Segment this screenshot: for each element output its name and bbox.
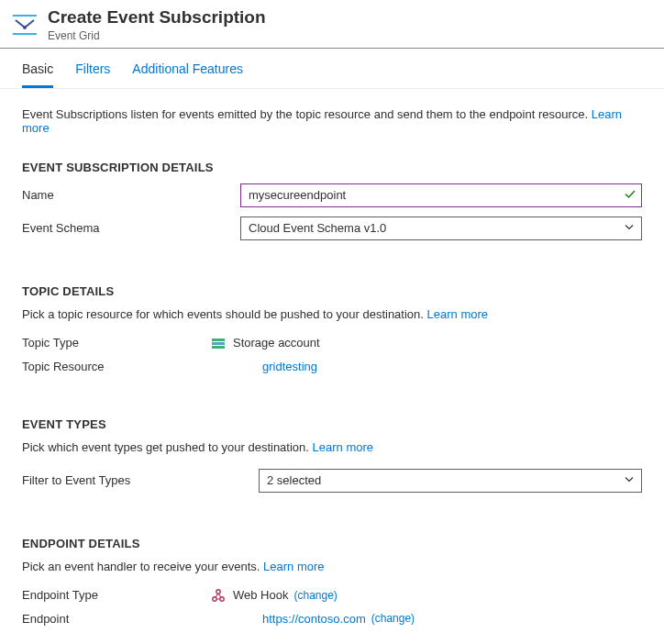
label-topic-type: Topic Type xyxy=(22,336,211,350)
svg-rect-5 xyxy=(212,342,225,345)
svg-rect-1 xyxy=(13,15,37,17)
event-schema-select[interactable]: Cloud Event Schema v1.0 xyxy=(240,217,642,240)
event-grid-icon xyxy=(11,11,39,39)
label-topic-resource: Topic Resource xyxy=(22,360,240,373)
label-event-schema: Event Schema xyxy=(22,221,240,235)
row-topic-resource: Topic Resource gridtesting xyxy=(22,360,642,373)
endpoint-change-link[interactable]: (change) xyxy=(371,612,415,625)
row-topic-type: Topic Type Storage account xyxy=(22,336,642,350)
row-endpoint: Endpoint https://contoso.com (change) xyxy=(22,612,642,626)
topic-resource-link[interactable]: gridtesting xyxy=(262,360,317,373)
row-endpoint-type: Endpoint Type Web Hook (change) xyxy=(22,588,642,603)
topic-learn-more-link[interactable]: Learn more xyxy=(427,307,488,321)
tab-content-basic: Event Subscriptions listen for events em… xyxy=(0,89,664,644)
svg-point-8 xyxy=(213,597,216,601)
svg-point-7 xyxy=(216,590,220,594)
storage-account-icon xyxy=(211,336,226,350)
label-endpoint-type: Endpoint Type xyxy=(22,588,211,602)
intro-text: Event Subscriptions listen for events em… xyxy=(22,107,642,135)
endpoint-type-value: Web Hook xyxy=(233,588,288,602)
svg-point-9 xyxy=(220,597,224,601)
tab-basic[interactable]: Basic xyxy=(22,58,53,88)
section-title-subscription: EVENT SUBSCRIPTION DETAILS xyxy=(22,161,642,174)
topic-description: Pick a topic resource for which events s… xyxy=(22,307,642,321)
endpoint-learn-more-link[interactable]: Learn more xyxy=(263,560,324,573)
event-types-description: Pick which event types get pushed to you… xyxy=(22,440,642,454)
page-title: Create Event Subscription xyxy=(48,7,266,28)
svg-point-3 xyxy=(23,26,27,29)
endpoint-type-change-link[interactable]: (change) xyxy=(293,589,337,602)
endpoint-description: Pick an event handler to receive your ev… xyxy=(22,560,642,573)
intro-description: Event Subscriptions listen for events em… xyxy=(22,107,592,121)
section-title-topic: TOPIC DETAILS xyxy=(22,284,642,298)
topic-type-value: Storage account xyxy=(233,336,320,350)
endpoint-url-link[interactable]: https://contoso.com xyxy=(262,612,366,626)
row-event-schema: Event Schema Cloud Event Schema v1.0 xyxy=(22,217,642,240)
event-types-learn-more-link[interactable]: Learn more xyxy=(313,440,373,454)
tab-bar: Basic Filters Additional Features xyxy=(0,49,664,89)
name-input[interactable] xyxy=(240,183,642,207)
row-filter-event-types: Filter to Event Types 2 selected xyxy=(22,469,642,493)
filter-event-types-select[interactable]: 2 selected xyxy=(259,469,642,493)
page-subtitle: Event Grid xyxy=(48,29,266,42)
tab-additional-features[interactable]: Additional Features xyxy=(132,58,243,88)
section-title-event-types: EVENT TYPES xyxy=(22,417,642,431)
row-name: Name xyxy=(22,183,642,207)
svg-rect-4 xyxy=(212,339,225,341)
label-name: Name xyxy=(22,188,240,202)
label-endpoint: Endpoint xyxy=(22,612,240,626)
section-title-endpoint: ENDPOINT DETAILS xyxy=(22,537,642,550)
svg-rect-6 xyxy=(212,346,225,349)
webhook-icon xyxy=(211,588,226,603)
tab-filters[interactable]: Filters xyxy=(75,58,110,88)
label-filter-event-types: Filter to Event Types xyxy=(22,473,259,487)
page-header: Create Event Subscription Event Grid xyxy=(0,0,664,49)
svg-rect-2 xyxy=(13,33,37,35)
